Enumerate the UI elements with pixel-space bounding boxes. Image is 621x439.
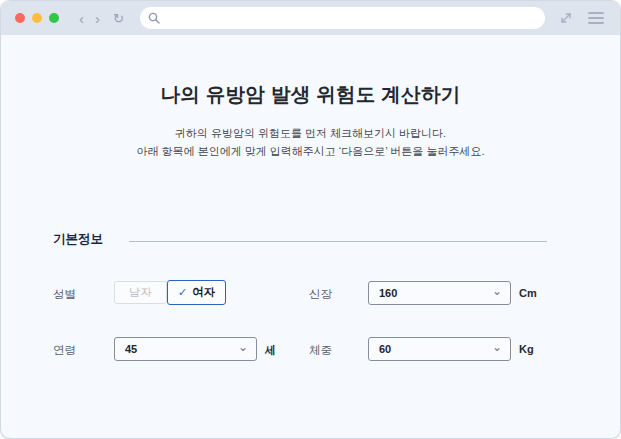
age-unit: 세 <box>265 343 276 358</box>
back-icon[interactable]: ‹ <box>79 11 84 26</box>
weight-label: 체중 <box>309 343 332 358</box>
gender-male-button[interactable]: 남자 <box>114 281 167 304</box>
menu-icon[interactable] <box>588 12 604 24</box>
check-icon: ✓ <box>178 286 187 299</box>
page-content: 나의 유방암 발생 위험도 계산하기 귀하의 유방암의 위험도를 먼저 체크해보… <box>1 35 620 438</box>
reload-icon[interactable]: ↻ <box>113 12 124 25</box>
age-select[interactable]: 45 ⌄ <box>114 337 257 361</box>
basic-info-form: 성별 남자 ✓ 여자 신장 160 ⌄ Cm 연령 45 ⌄ 세 체 <box>1 35 620 438</box>
expand-icon[interactable] <box>559 11 573 25</box>
height-label: 신장 <box>309 287 332 302</box>
height-select[interactable]: 160 ⌄ <box>368 281 511 305</box>
gender-male-label: 남자 <box>129 285 152 300</box>
weight-unit: Kg <box>519 343 534 355</box>
close-window-icon[interactable] <box>15 13 25 23</box>
age-label: 연령 <box>53 343 76 358</box>
gender-label: 성별 <box>53 287 76 302</box>
weight-select[interactable]: 60 ⌄ <box>368 337 511 361</box>
browser-toolbar: ‹ › ↻ <box>1 1 620 35</box>
height-unit: Cm <box>519 287 537 299</box>
search-icon <box>148 12 160 24</box>
minimize-window-icon[interactable] <box>32 13 42 23</box>
toolbar-right-buttons <box>559 11 604 25</box>
window-controls <box>15 13 59 23</box>
forward-icon[interactable]: › <box>95 11 100 26</box>
nav-buttons: ‹ › ↻ <box>79 11 124 26</box>
zoom-window-icon[interactable] <box>49 13 59 23</box>
gender-female-label: 여자 <box>192 285 215 300</box>
age-value: 45 <box>125 343 238 355</box>
address-input[interactable] <box>165 12 535 24</box>
browser-window: ‹ › ↻ 나의 유방암 발생 위험도 계산하기 귀하의 유방암의 위험도를 먼… <box>0 0 621 439</box>
height-value: 160 <box>379 287 492 299</box>
gender-female-button[interactable]: ✓ 여자 <box>167 280 226 305</box>
address-bar[interactable] <box>140 7 545 29</box>
weight-value: 60 <box>379 343 492 355</box>
